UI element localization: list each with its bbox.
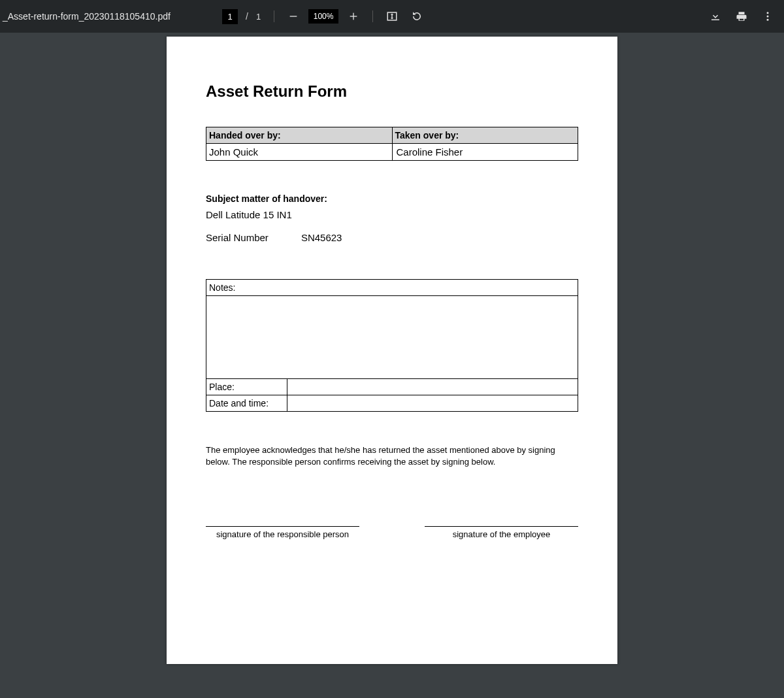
page-separator: /	[243, 11, 251, 22]
toolbar-right-controls	[706, 0, 777, 33]
pdf-viewer: _Asset-return-form_20230118105410.pdf / …	[0, 0, 784, 698]
place-value	[287, 379, 578, 395]
svg-rect-0	[290, 16, 297, 16]
toolbar-center-controls: / 1 100%	[222, 0, 427, 33]
page-number-input[interactable]	[222, 9, 238, 24]
viewer-toolbar: _Asset-return-form_20230118105410.pdf / …	[0, 0, 784, 33]
page-total: 1	[256, 12, 265, 22]
zoom-in-button[interactable]	[344, 7, 363, 26]
signature-responsible: signature of the responsible person	[206, 526, 359, 539]
signature-line	[425, 526, 578, 527]
zoom-out-button[interactable]	[284, 7, 303, 26]
signature-row: signature of the responsible person sign…	[206, 526, 578, 539]
taken-over-by-header: Taken over by:	[392, 127, 578, 144]
subject-label: Subject matter of handover:	[206, 193, 578, 204]
serial-number-value: SN45623	[301, 232, 342, 243]
print-button[interactable]	[732, 7, 751, 26]
minus-icon	[288, 11, 299, 22]
notes-body	[206, 296, 578, 379]
notes-header: Notes:	[206, 280, 578, 296]
taken-over-by-value: Caroline Fisher	[392, 144, 578, 161]
more-vertical-icon	[762, 10, 774, 22]
svg-rect-8	[711, 20, 719, 21]
document-page: Asset Return Form Handed over by: Taken …	[167, 37, 617, 664]
page-container[interactable]: Asset Return Form Handed over by: Taken …	[0, 37, 784, 698]
print-icon	[736, 10, 747, 22]
serial-number-label: Serial Number	[206, 232, 269, 243]
document-title: Asset Return Form	[206, 82, 578, 101]
parties-table: Handed over by: Taken over by: John Quic…	[206, 127, 578, 161]
download-button[interactable]	[706, 7, 725, 26]
serial-row: Serial Number SN45623	[206, 232, 578, 243]
handed-over-by-value: John Quick	[206, 144, 393, 161]
datetime-value	[287, 395, 578, 412]
notes-table: Notes: Place: Date and time:	[206, 279, 578, 412]
svg-point-11	[767, 19, 769, 21]
signature-line	[206, 526, 359, 527]
signature-responsible-label: signature of the responsible person	[216, 529, 349, 539]
svg-point-9	[767, 12, 769, 14]
file-name: _Asset-return-form_20230118105410.pdf	[0, 11, 171, 22]
zoom-level[interactable]: 100%	[308, 9, 338, 24]
svg-rect-4	[391, 14, 393, 18]
acknowledgment-text: The employee acknowledges that he/she ha…	[206, 444, 578, 467]
fit-to-page-button[interactable]	[382, 7, 402, 26]
svg-marker-5	[391, 14, 394, 15]
svg-rect-2	[353, 13, 353, 20]
separator	[372, 10, 373, 22]
plus-icon	[348, 11, 359, 22]
rotate-icon	[411, 10, 423, 22]
svg-point-10	[767, 16, 769, 18]
signature-employee-label: signature of the employee	[453, 529, 551, 539]
more-menu-button[interactable]	[758, 7, 777, 26]
asset-name: Dell Latitude 15 IN1	[206, 209, 578, 220]
separator	[274, 10, 274, 22]
handed-over-by-header: Handed over by:	[206, 127, 393, 144]
datetime-label: Date and time:	[206, 395, 287, 412]
svg-marker-6	[391, 18, 394, 19]
place-label: Place:	[206, 379, 287, 395]
fit-page-icon	[386, 10, 398, 22]
download-icon	[710, 10, 721, 22]
signature-employee: signature of the employee	[425, 526, 578, 539]
rotate-button[interactable]	[407, 7, 427, 26]
